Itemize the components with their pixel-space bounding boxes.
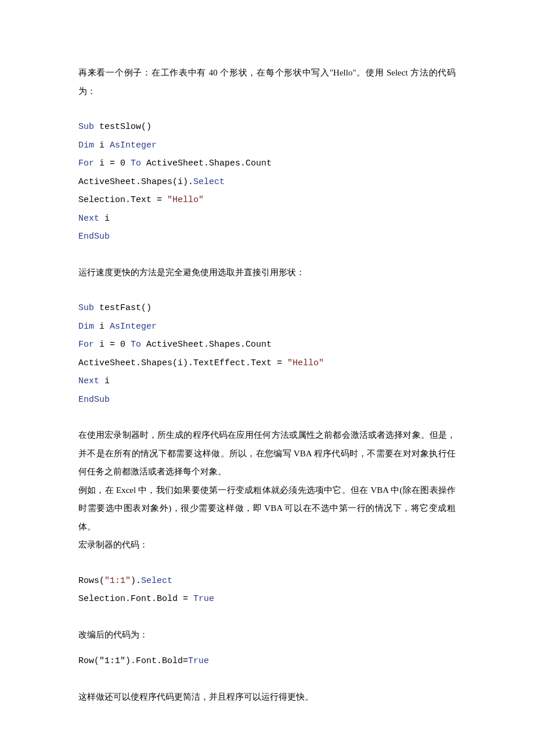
code-block-2: Sub testFast() Dim i AsInteger For i = 0… [78, 299, 456, 409]
code-block-3: Rows("1:1").Select Selection.Font.Bold =… [78, 572, 456, 609]
code-keyword: Select [193, 177, 225, 187]
paragraph-7: 这样做还可以使程序代码更简洁，并且程序可以运行得更快。 [78, 688, 456, 707]
code-text: ). [131, 576, 141, 586]
paragraph-1: 再来看一个例子：在工作表中有 40 个形状，在每个形状中写入"Hello"。使用… [78, 64, 456, 100]
code-text: testSlow() [94, 122, 151, 132]
code-text: Selection.Font.Bold = [78, 594, 193, 604]
code-text: i [94, 322, 110, 332]
code-text: Selection.Text = [78, 195, 167, 205]
code-keyword: Select [141, 576, 172, 586]
code-keyword: For [78, 159, 94, 168]
code-keyword: Sub [78, 122, 94, 132]
code-text: Row("1:1").Font.Bold= [78, 656, 188, 666]
code-text: i = 0 [94, 159, 131, 168]
code-text: i = 0 [94, 340, 131, 350]
code-text: ActiveSheet.Shapes(i). [78, 177, 193, 187]
code-string: "Hello" [167, 195, 204, 205]
code-keyword: EndSub [78, 395, 110, 405]
code-text: Rows( [78, 576, 104, 586]
code-text: ActiveSheet.Shapes.Count [141, 340, 272, 350]
code-keyword: EndSub [78, 232, 110, 242]
paragraph-3: 在使用宏录制器时，所生成的程序代码在应用任何方法或属性之前都会激活或者选择对象。… [78, 426, 456, 481]
code-keyword: Next [78, 376, 99, 386]
paragraph-4: 例如，在 Excel 中，我们如果要使第一行变成粗体就必须先选项中它。但在 VB… [78, 481, 456, 537]
code-keyword: True [188, 656, 209, 666]
code-keyword: Next [78, 214, 99, 224]
code-keyword: AsInteger [110, 322, 157, 332]
code-keyword: Dim [78, 322, 94, 332]
code-keyword: For [78, 340, 94, 350]
paragraph-2: 运行速度更快的方法是完全避免使用选取并直接引用形状： [78, 264, 456, 282]
code-text: ActiveSheet.Shapes.Count [141, 159, 272, 168]
code-keyword: To [131, 159, 141, 168]
code-keyword: Dim [78, 141, 94, 150]
code-block-4: Row("1:1").Font.Bold=True [78, 652, 456, 671]
code-string: "1:1" [104, 576, 131, 586]
paragraph-5: 宏录制器的代码： [78, 536, 456, 555]
code-keyword: AsInteger [110, 141, 157, 150]
code-text: ActiveSheet.Shapes(i).TextEffect.Text = [78, 358, 287, 368]
code-keyword: To [131, 340, 141, 350]
code-text: testFast() [94, 303, 151, 313]
code-text: i [99, 214, 110, 224]
code-text: i [94, 141, 110, 150]
code-string: "Hello" [287, 358, 324, 368]
code-keyword: True [193, 594, 214, 604]
code-block-1: Sub testSlow() Dim i AsInteger For i = 0… [78, 118, 456, 246]
code-text: i [99, 376, 110, 386]
paragraph-6: 改编后的代码为： [78, 626, 456, 645]
code-keyword: Sub [78, 303, 94, 313]
